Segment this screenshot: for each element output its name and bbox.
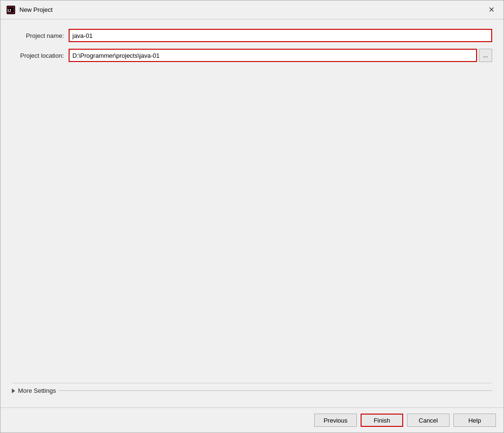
project-location-label: Project location:: [12, 52, 64, 59]
project-location-input[interactable]: [69, 49, 477, 62]
help-button[interactable]: Help: [453, 414, 496, 427]
more-settings-label[interactable]: More Settings: [18, 387, 56, 394]
title-bar-left: IJ New Project: [6, 5, 53, 15]
project-name-input[interactable]: [69, 29, 492, 42]
browse-button[interactable]: ...: [479, 49, 492, 62]
project-location-row: Project location: ...: [12, 49, 492, 62]
project-name-row: Project name:: [12, 29, 492, 42]
title-bar: IJ New Project ✕: [0, 0, 504, 19]
content-spacer: [12, 69, 492, 376]
cancel-button[interactable]: Cancel: [407, 414, 450, 427]
previous-button[interactable]: Previous: [314, 414, 357, 427]
new-project-dialog: IJ New Project ✕ Project name: Project l…: [0, 0, 504, 433]
svg-text:IJ: IJ: [8, 8, 11, 13]
more-settings-line: [59, 390, 492, 391]
close-button[interactable]: ✕: [485, 3, 498, 17]
dialog-title: New Project: [19, 6, 53, 13]
more-settings-toggle[interactable]: [12, 389, 15, 393]
project-name-label: Project name:: [12, 32, 64, 39]
finish-button[interactable]: Finish: [361, 414, 403, 427]
dialog-content: Project name: Project location: ... More…: [0, 19, 504, 407]
project-name-input-wrapper: [69, 29, 492, 42]
more-settings-row: More Settings: [12, 383, 492, 398]
app-icon: IJ: [6, 5, 16, 15]
project-location-input-wrapper: ...: [69, 49, 492, 62]
button-bar: Previous Finish Cancel Help: [0, 407, 504, 433]
